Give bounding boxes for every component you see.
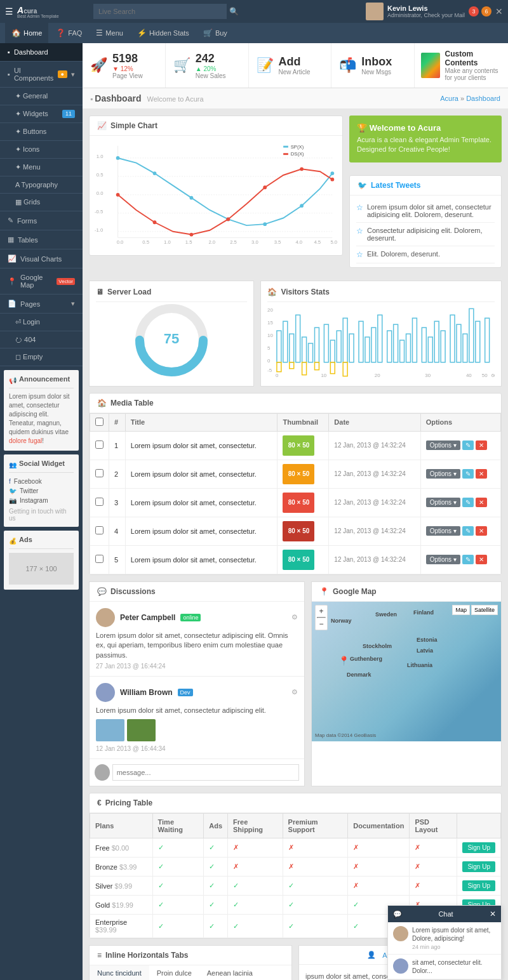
delete-button[interactable]: ✕	[476, 440, 487, 450]
discussions-map-row: 💬 Discussions Peter Campbell online ⚙ Lo…	[89, 581, 502, 787]
delete-button[interactable]: ✕	[476, 469, 487, 479]
delete-button[interactable]: ✕	[476, 555, 487, 564]
nav-faq[interactable]: ❓ FAQ	[50, 23, 88, 43]
signup-button[interactable]: Sign Up	[462, 842, 495, 853]
zoom-out-icon[interactable]: −	[319, 619, 323, 628]
gear-icon-2[interactable]: ⚙	[291, 688, 298, 696]
edit-button[interactable]: ✎	[462, 498, 474, 507]
row-checkbox[interactable]	[95, 555, 104, 563]
comment-2-name: William Brown	[120, 688, 173, 697]
nav-home[interactable]: 🏠 Home	[5, 23, 48, 43]
server-icon: 🖥	[96, 288, 104, 296]
plan-action: Sign Up	[457, 838, 501, 858]
sidebar-item-dashboard[interactable]: ▪ Dashboard	[0, 43, 83, 62]
social-facebook[interactable]: f Facebook	[9, 477, 74, 486]
options-button[interactable]: Options ▾	[426, 440, 460, 450]
map-type-satellite[interactable]: Satellite	[471, 605, 498, 615]
check-yes: ✓	[158, 922, 164, 930]
options-button[interactable]: Options ▾	[426, 498, 460, 507]
row-checkbox[interactable]	[95, 440, 104, 449]
signup-button[interactable]: Sign Up	[462, 861, 495, 872]
announcement-link[interactable]: dolore fugal	[9, 437, 42, 444]
edit-button[interactable]: ✎	[462, 469, 474, 479]
notification-badge-1[interactable]: 3	[469, 6, 479, 17]
check-no: ✗	[415, 882, 420, 889]
row-checkbox[interactable]	[95, 498, 104, 506]
svg-text:75: 75	[164, 331, 179, 347]
row-checkbox[interactable]	[95, 526, 104, 534]
sidebar-item-visual-charts[interactable]: 📈 Visual Charts	[0, 249, 83, 268]
sidebar-item-ui-components[interactable]: ▪ UI Components ● ▾	[0, 62, 83, 88]
row-checkbox[interactable]	[95, 469, 104, 477]
gear-icon[interactable]: ⚙	[291, 613, 298, 621]
menu-sub-icon: ✦	[15, 163, 21, 171]
sidebar-sub-general[interactable]: ✦ General	[0, 88, 83, 105]
check-yes: ✓	[158, 882, 164, 889]
svg-text:SP(X): SP(X)	[291, 144, 304, 150]
pricing-col-time: Time Waiting	[152, 814, 204, 838]
comment-1-header: Peter Campbell online ⚙	[96, 608, 298, 627]
tab-nunc[interactable]: Nunc tincidunt	[90, 965, 149, 980]
sidebar-item-forms[interactable]: ✎ Forms	[0, 211, 83, 230]
sidebar-sub-typography[interactable]: A Typography	[0, 176, 83, 194]
row-title: Lorem ipsum dolor sit amet, consectetur.	[125, 517, 277, 545]
label-latvia: Latvia	[417, 647, 433, 654]
sidebar-item-pages[interactable]: 📄 Pages ▾	[0, 295, 83, 314]
sidebar-sub-grids[interactable]: ▦ Grids	[0, 194, 83, 211]
error-icon: ⭮	[15, 336, 22, 343]
search-input[interactable]	[93, 4, 227, 19]
nav-hidden-stats[interactable]: ⚡ Hidden Stats	[131, 23, 196, 43]
sidebar-sub-menu[interactable]: ✦ Menu	[0, 159, 83, 176]
tab-aenean[interactable]: Aenean lacinia	[199, 965, 260, 980]
edit-button[interactable]: ✎	[462, 440, 474, 450]
svg-rect-86	[344, 362, 348, 376]
sidebar-sub-widgets[interactable]: ✦ Widgets 11	[0, 105, 83, 123]
close-icon[interactable]: ✕	[495, 6, 503, 17]
map-type-map[interactable]: Map	[452, 605, 470, 615]
sidebar-sub-icons[interactable]: ✦ Icons	[0, 141, 83, 159]
nav-buy[interactable]: 🛒 Buy	[197, 23, 234, 43]
zoom-in-icon[interactable]: +	[319, 607, 323, 616]
nav-menu[interactable]: ☰ Menu	[90, 23, 130, 43]
edit-button[interactable]: ✎	[462, 555, 474, 564]
options-button[interactable]: Options ▾	[426, 526, 460, 536]
delete-button[interactable]: ✕	[476, 498, 487, 507]
edit-button[interactable]: ✎	[462, 526, 474, 536]
stat-number-4: Inbox	[361, 55, 392, 69]
sidebar-sub-404[interactable]: ⭮ 404	[0, 331, 83, 348]
tab-proin[interactable]: Proin dulce	[149, 965, 199, 980]
options-button[interactable]: Options ▾	[426, 469, 460, 479]
signup-button[interactable]: Sign Up	[462, 880, 495, 891]
stat-number-2: 242	[196, 52, 226, 65]
svg-text:-1.0: -1.0	[95, 227, 103, 233]
plan-support: ✗	[283, 858, 348, 877]
ads-title: Ads	[19, 536, 32, 543]
options-button[interactable]: Options ▾	[426, 555, 460, 564]
message-input[interactable]	[112, 764, 299, 781]
check-yes: ✓	[233, 882, 239, 889]
thumbnail-box: 80 × 50	[283, 435, 314, 456]
sidebar-item-tables[interactable]: ▦ Tables	[0, 230, 83, 249]
social-instagram[interactable]: 📷 Instagram	[9, 496, 74, 505]
sidebar-item-google-map[interactable]: 📍 Google Map Vector	[0, 268, 83, 295]
delete-button[interactable]: ✕	[476, 526, 487, 536]
label-stockholm: Stockholm	[363, 643, 392, 649]
map-container[interactable]: + − Map Satellite Norway Sweden F	[312, 602, 501, 741]
donut-svg: 75	[133, 302, 210, 378]
social-twitter[interactable]: 🐦 Twitter	[9, 486, 74, 496]
chat-close-button[interactable]: ✕	[490, 910, 496, 918]
select-all-checkbox[interactable]	[95, 418, 104, 426]
plan-docs: ✗	[348, 838, 410, 858]
sidebar-sub-buttons[interactable]: ✦ Buttons	[0, 123, 83, 141]
svg-point-34	[263, 185, 267, 189]
stat-page-view: 🚀 5198 ▼ 12% Page View	[83, 43, 166, 88]
pricing-col-support: Premium Support	[283, 814, 348, 838]
map-zoom-control[interactable]: + −	[315, 605, 328, 630]
sidebar-sub-login[interactable]: ⏎ Login	[0, 314, 83, 331]
simple-chart-panel: 📈 Simple Chart 1.0 0.5 0.0	[89, 116, 343, 256]
sidebar-sub-empty[interactable]: ◻ Empty	[0, 348, 83, 366]
notification-badge-2[interactable]: 6	[481, 6, 491, 17]
svg-text:10: 10	[267, 333, 273, 338]
chat-text-1: Lorem ipsum dolor sit amet, Dolore, adip…	[412, 926, 496, 943]
menu-toggle[interactable]: ☰	[5, 6, 13, 17]
